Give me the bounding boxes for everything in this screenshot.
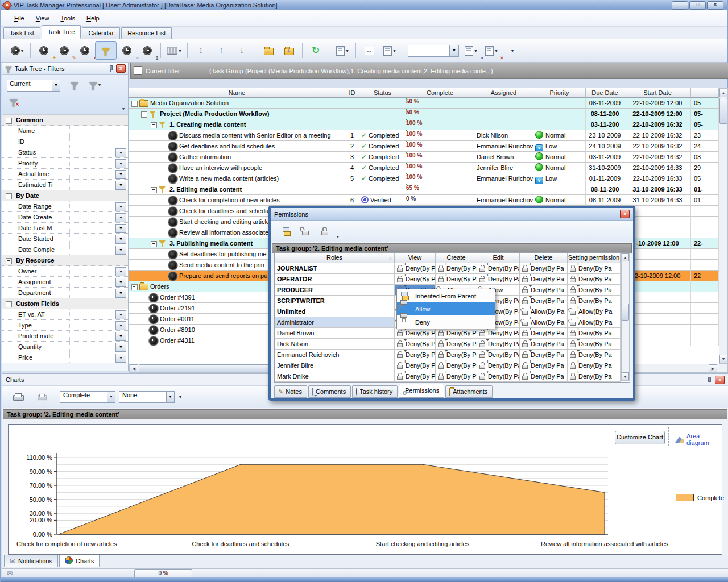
delete-task-button[interactable]: × <box>75 42 95 59</box>
menu-file[interactable]: File <box>9 13 30 23</box>
collapse-icon[interactable] <box>6 301 12 307</box>
chevron-down-icon[interactable]: ▼ <box>115 310 126 319</box>
role-name[interactable]: JOURNALIST <box>275 263 395 274</box>
permission-cell[interactable]: +Deny(By Pa <box>395 371 436 382</box>
permission-cell[interactable]: +Deny(By Pa <box>568 274 621 285</box>
permission-column-setting-permission[interactable]: Setting permission <box>568 253 621 263</box>
print-preview-button[interactable] <box>32 388 52 405</box>
bottom-tab-charts[interactable]: Charts <box>59 555 100 567</box>
pin-icon[interactable] <box>107 65 114 72</box>
permission-row[interactable]: JOURNALIST+Deny(By Pa+Deny(By Pa+Deny(By… <box>275 263 621 274</box>
move-down-button[interactable]: ↓ <box>231 42 252 59</box>
chevron-down-icon[interactable]: ▼ <box>52 80 60 91</box>
minimize-button[interactable]: – <box>672 1 688 10</box>
permission-cell[interactable]: +Deny(By Pa <box>477 263 520 274</box>
chevron-down-icon[interactable]: ▼ <box>115 235 126 244</box>
chevron-down-icon[interactable]: ▼ <box>115 213 126 222</box>
permission-row[interactable]: Mark Dnike+Deny(By Pa+Deny(By Pa+Deny(By… <box>275 371 621 382</box>
vertical-scrollbar[interactable]: ▲ ▼ <box>719 88 728 364</box>
dialog-close-button[interactable]: x <box>620 210 630 218</box>
tab-calendar[interactable]: Calendar <box>82 27 120 39</box>
dialog-tab-task-history[interactable]: Task history <box>352 385 398 398</box>
task-row[interactable]: Project (Media Production Workflow)50 %0… <box>129 109 719 119</box>
timeline-view-button[interactable]: ▾ <box>164 42 184 59</box>
task-row[interactable]: 1. Creating media content100 %03-11-2002… <box>129 119 719 130</box>
toolbar-overflow-button[interactable]: ▾ <box>502 42 522 59</box>
menu-item-inherited-from-parent[interactable]: Inherited From Parent <box>397 289 495 302</box>
view-preset-combo[interactable]: ▼ <box>408 45 459 57</box>
permission-cell[interactable]: +Deny(By Pa <box>520 285 568 296</box>
permission-cell[interactable]: +Deny(By Pa <box>568 339 621 350</box>
filter-section-by-resource[interactable]: By Resource <box>2 255 128 266</box>
chevron-down-icon[interactable]: ▼ <box>115 181 126 190</box>
tree-expander[interactable] <box>141 111 147 118</box>
refresh-button[interactable]: ↻ <box>305 42 326 59</box>
task-row[interactable]: Discuss media content with Senior Editor… <box>129 130 719 141</box>
fit-column-width-button[interactable]: ↔ <box>359 42 379 59</box>
permission-cell[interactable]: +Deny(By Pa <box>395 360 436 371</box>
role-name[interactable]: Dick Nilson <box>275 339 395 350</box>
current-filter-checkbox[interactable] <box>134 66 142 75</box>
permission-cell[interactable]: +Deny(By Pa <box>395 328 436 339</box>
permission-cell[interactable]: +Deny(By Pa <box>568 360 621 371</box>
task-row[interactable]: Gather information3✓Completed100 %Daniel… <box>129 152 719 163</box>
permission-column-roles[interactable]: Roles △ <box>275 253 395 263</box>
column-header-start-date[interactable]: Start Date <box>624 88 691 98</box>
filter-preset-combo[interactable]: Current ▼ <box>7 80 60 92</box>
chevron-down-icon[interactable]: ▼ <box>166 392 174 402</box>
edit-task-button[interactable]: ✎ <box>54 42 75 59</box>
permission-cell[interactable]: +Deny(By Pa <box>436 274 477 285</box>
new-subtask-button[interactable]: + <box>34 42 54 59</box>
dialog-toolbar-overflow[interactable]: ▾ <box>337 234 339 239</box>
chevron-down-icon[interactable]: ▼ <box>115 159 126 168</box>
chevron-down-icon[interactable]: ▼ <box>115 246 126 255</box>
permission-cell[interactable]: +Deny(By Pa <box>436 263 477 274</box>
menu-item-allow[interactable]: Allow <box>397 302 495 315</box>
move-up-button[interactable]: ↑ <box>211 42 231 59</box>
permission-row[interactable]: Emmanuel Ruichovich+Deny(By Pa+Deny(By P… <box>275 350 621 360</box>
permission-cell[interactable]: +Deny(By Pa <box>520 350 568 360</box>
permission-cell[interactable]: +Deny(By Pa <box>520 274 568 285</box>
tab-task-list[interactable]: Task List <box>3 27 40 39</box>
chevron-down-icon[interactable]: ▼ <box>115 202 126 211</box>
menu-view[interactable]: View <box>31 13 55 23</box>
chevron-down-icon[interactable]: ▼ <box>115 321 126 330</box>
charts-toolbar-overflow[interactable]: ▾ <box>179 394 181 400</box>
filter-tasks-button[interactable] <box>95 41 117 60</box>
duplicate-task-button[interactable]: ≡ <box>117 42 137 59</box>
expand-tree-button[interactable]: + <box>279 42 299 59</box>
permission-cell[interactable]: +Allow(By Pa <box>520 317 568 328</box>
filter-section-common[interactable]: Common <box>2 115 128 126</box>
chevron-down-icon[interactable]: ▼ <box>115 278 126 287</box>
permission-cell[interactable]: +Deny(By Pa <box>477 328 520 339</box>
role-name[interactable]: Administrator <box>275 317 395 328</box>
collapse-icon[interactable] <box>6 118 12 124</box>
role-name[interactable]: Mark Dnike <box>275 371 395 382</box>
permission-cell[interactable]: +Deny(By Pa <box>520 296 568 306</box>
permission-cell[interactable]: +Deny(By Pa <box>436 350 477 360</box>
permission-cell[interactable]: +Deny(By Pa <box>436 371 477 382</box>
role-name[interactable]: Emmanuel Ruichovich <box>275 350 395 360</box>
permission-cell[interactable]: +Deny(By Pa <box>520 371 568 382</box>
clear-filter-button[interactable]: × <box>6 94 23 109</box>
customize-columns-button[interactable]: ▾ <box>379 42 400 59</box>
chart-overlay-combo[interactable]: None ▼ <box>119 391 175 403</box>
deny-permission-button[interactable] <box>316 223 333 239</box>
permission-row[interactable]: Jennifer Blire+Deny(By Pa+Deny(By Pa+Den… <box>275 360 621 371</box>
role-name[interactable]: PRODUCER <box>275 285 395 296</box>
role-name[interactable]: OPERATOR <box>275 274 395 285</box>
permission-cell[interactable]: +Deny(By Pa <box>436 328 477 339</box>
permission-cell[interactable]: +Allow(By Pa <box>568 317 621 328</box>
inherit-permission-button[interactable] <box>278 223 295 239</box>
charts-close-button[interactable]: x <box>715 376 725 384</box>
permission-cell[interactable]: +Allow(By Pa <box>568 306 621 317</box>
chevron-down-icon[interactable]: ▼ <box>107 392 115 402</box>
permission-cell[interactable]: +Deny(By Pa <box>520 263 568 274</box>
dialog-tab-notes[interactable]: ✎Notes <box>274 385 307 398</box>
menu-tools[interactable]: Tools <box>55 13 80 23</box>
column-header-priority[interactable]: Priority <box>533 88 586 98</box>
column-header-status[interactable]: Status <box>359 88 406 98</box>
permission-cell[interactable]: +Deny(By Pa <box>520 339 568 350</box>
permission-cell[interactable]: +Deny(By Pa <box>568 263 621 274</box>
dialog-tab-permissions[interactable]: Permissions <box>399 384 444 398</box>
